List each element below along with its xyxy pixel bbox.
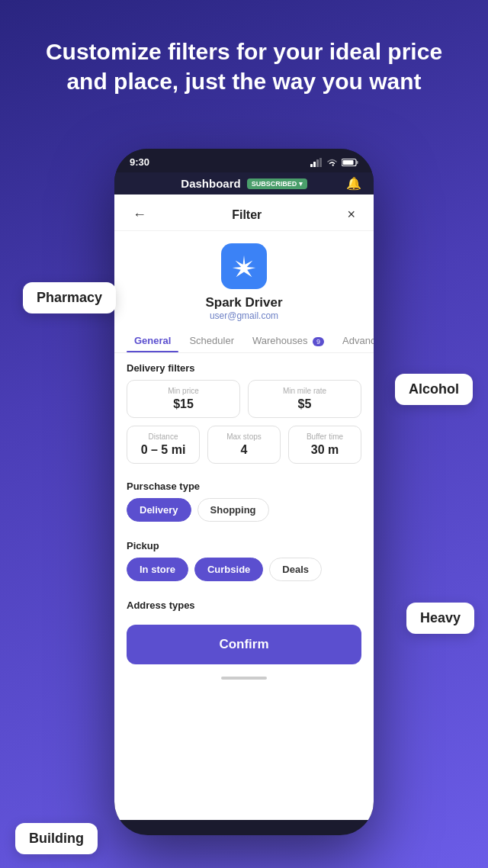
buffer-time-value: 30 m: [311, 443, 339, 457]
svg-rect-1: [313, 162, 316, 167]
address-types-title: Address types: [114, 590, 374, 617]
phone-shell: 9:30 Dashboard SUBS: [114, 149, 374, 835]
time: 9:30: [130, 156, 149, 168]
tabs: General Scheduler Warehouses 9 Advanced: [114, 329, 374, 353]
signal-icon: [310, 158, 323, 167]
max-stops-field[interactable]: Max stops 4: [207, 426, 281, 464]
svg-rect-2: [316, 159, 319, 167]
app-icon: [221, 243, 267, 289]
distance-field[interactable]: Distance 0 – 5 mi: [127, 426, 200, 464]
hero-text: Customize filters for your ideal price a…: [0, 0, 488, 114]
chip-curbside[interactable]: Curbside: [194, 558, 263, 581]
tab-scheduler[interactable]: Scheduler: [181, 329, 242, 352]
min-price-field[interactable]: Min price $15: [127, 380, 240, 418]
distance-value: 0 – 5 mi: [141, 443, 186, 457]
pickup-chips: In store Curbside Deals: [114, 558, 374, 590]
spark-logo: [230, 252, 258, 281]
floating-label-alcohol: Alcohol: [395, 374, 473, 405]
filter-title: Filter: [232, 208, 262, 222]
min-mile-rate-field[interactable]: Min mile rate $5: [248, 380, 361, 418]
warehouses-badge: 9: [313, 337, 324, 346]
screen-content: ← Filter × Spark Driver user@gmail.com G…: [114, 194, 374, 820]
buffer-time-label: Buffer time: [307, 432, 343, 441]
delivery-filter-row2: Distance 0 – 5 mi Max stops 4 Buffer tim…: [114, 426, 374, 471]
delivery-filters-title: Delivery filters: [114, 353, 374, 380]
bell-icon[interactable]: 🔔: [346, 176, 361, 191]
max-stops-value: 4: [241, 443, 248, 457]
svg-rect-0: [310, 164, 313, 167]
status-bar: 9:30: [114, 149, 374, 172]
svg-rect-3: [319, 158, 322, 167]
min-price-label: Min price: [168, 387, 199, 395]
chip-delivery[interactable]: Delivery: [127, 498, 191, 522]
min-mile-rate-value: $5: [298, 397, 312, 411]
purchase-type-chips: Delivery Shopping: [114, 498, 374, 531]
home-bar-indicator: [221, 677, 267, 680]
chip-in-store[interactable]: In store: [127, 558, 188, 581]
tab-general[interactable]: General: [127, 329, 178, 352]
home-bar: [114, 670, 374, 689]
dashboard-bar: Dashboard SUBSCRIBED ▾ 🔔: [114, 172, 374, 194]
max-stops-label: Max stops: [226, 432, 262, 441]
chip-shopping[interactable]: Shopping: [197, 498, 269, 522]
close-button[interactable]: ×: [342, 205, 360, 224]
tab-advanced[interactable]: Advanced: [335, 329, 374, 352]
filter-header: ← Filter ×: [114, 194, 374, 231]
floating-label-pharmacy: Pharmacy: [23, 282, 116, 313]
min-mile-rate-label: Min mile rate: [283, 387, 326, 395]
delivery-filter-row1: Min price $15 Min mile rate $5: [114, 380, 374, 426]
tab-warehouses[interactable]: Warehouses 9: [245, 329, 332, 352]
confirm-button[interactable]: Confirm: [127, 625, 361, 664]
buffer-time-field[interactable]: Buffer time 30 m: [288, 426, 361, 464]
dashboard-title: Dashboard: [181, 177, 240, 190]
svg-rect-6: [343, 160, 354, 165]
svg-rect-5: [357, 161, 358, 164]
distance-label: Distance: [149, 432, 178, 441]
wifi-icon: [326, 158, 338, 167]
min-price-value: $15: [173, 397, 194, 411]
status-icons: [310, 158, 358, 167]
back-button[interactable]: ←: [128, 205, 151, 224]
chip-deals[interactable]: Deals: [269, 558, 322, 581]
purchase-type-title: Purschase type: [114, 471, 374, 498]
floating-label-building: Building: [15, 823, 98, 854]
battery-icon: [342, 158, 358, 167]
pickup-title: Pickup: [114, 531, 374, 558]
app-email: user@gmail.com: [210, 310, 278, 321]
subscribed-badge[interactable]: SUBSCRIBED ▾: [247, 178, 307, 189]
app-info: Spark Driver user@gmail.com: [114, 231, 374, 329]
floating-label-heavy: Heavy: [406, 603, 474, 634]
app-name: Spark Driver: [205, 295, 282, 310]
